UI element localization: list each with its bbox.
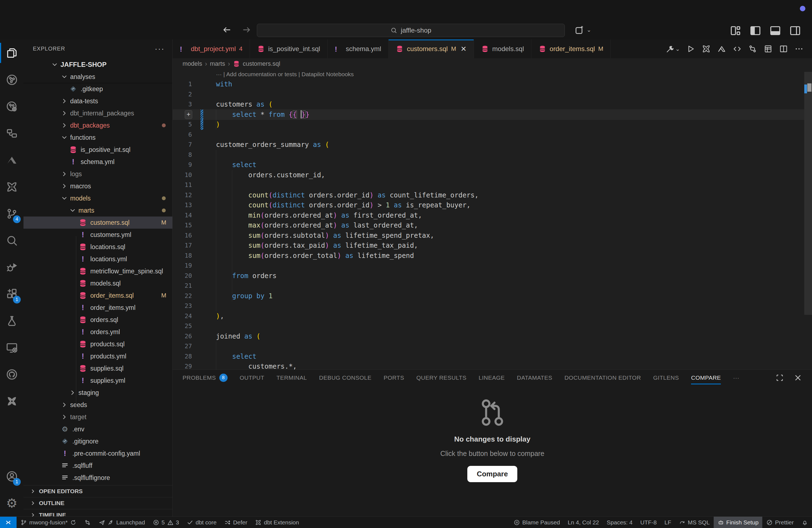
forward-arrow-icon[interactable]: [240, 24, 252, 36]
status-item-defer[interactable]: Defer: [220, 517, 251, 528]
tree-item[interactable]: staging: [24, 386, 172, 399]
status-item-blame[interactable]: Blame Paused: [510, 517, 564, 528]
activity-item-testing[interactable]: [0, 307, 24, 334]
tree-item[interactable]: ⚙.env: [24, 423, 172, 435]
tree-item[interactable]: !supplies.yml: [24, 375, 172, 386]
tree-item[interactable]: models.sql: [24, 277, 172, 289]
tree-item[interactable]: locations.sql: [24, 241, 172, 253]
tree-item[interactable]: functions: [24, 131, 172, 144]
code-line[interactable]: 1with: [173, 79, 804, 89]
status-item-notifications[interactable]: [798, 517, 812, 528]
status-item-prettier[interactable]: Prettier: [762, 517, 798, 528]
code-editor[interactable]: 1with23customers as (4 select * from {{ …: [173, 79, 804, 369]
status-item-indentation[interactable]: Spaces: 4: [603, 517, 636, 528]
panel-tab--[interactable]: ···: [733, 370, 739, 385]
close-icon[interactable]: ✕: [461, 45, 467, 53]
customize-layout-icon[interactable]: [729, 24, 742, 37]
code-line[interactable]: 16 sum(orders.subtotal) as lifetime_spen…: [173, 231, 804, 241]
panel-tab-documentation-editor[interactable]: DOCUMENTATION EDITOR: [565, 370, 641, 385]
status-item-dbt-core[interactable]: dbt core: [183, 517, 220, 528]
tree-item[interactable]: marts: [24, 204, 172, 217]
editor-tab[interactable]: !dbt_project.yml4: [173, 40, 250, 58]
copilot-menu[interactable]: ⌄: [574, 24, 591, 35]
run-query-icon[interactable]: [686, 44, 695, 54]
editor-tab[interactable]: models.sql: [474, 40, 532, 58]
more-actions-icon[interactable]: [794, 44, 804, 54]
status-item-launchpad[interactable]: Launchpad: [95, 517, 149, 528]
code-line[interactable]: 4 select * from {{ }}+: [173, 109, 804, 120]
panel-tab-compare[interactable]: COMPARE: [691, 370, 721, 385]
code-line[interactable]: 22 group by 1: [173, 291, 804, 301]
panel-tab-problems[interactable]: PROBLEMS8: [183, 370, 228, 385]
status-item-dbt-extension[interactable]: dbt Extension: [251, 517, 303, 528]
activity-item-source-control[interactable]: 4: [0, 200, 24, 227]
code-line[interactable]: 2: [173, 89, 804, 100]
code-line[interactable]: 20 from orders: [173, 271, 804, 281]
activity-item-remote-explorer[interactable]: [0, 334, 24, 361]
code-line[interactable]: 21: [173, 281, 804, 291]
breadcrumb-item[interactable]: customers.sql: [243, 60, 280, 68]
panel-tab-datamates[interactable]: DATAMATES: [517, 370, 552, 385]
compare-button[interactable]: Compare: [467, 466, 517, 482]
panel-tab-output[interactable]: OUTPUT: [240, 370, 264, 385]
activity-item-search[interactable]: [0, 227, 24, 254]
split-editor-icon[interactable]: [779, 44, 788, 54]
activity-item-explorer[interactable]: [0, 40, 24, 66]
tree-item[interactable]: !.pre-commit-config.yaml: [24, 448, 172, 459]
tree-item[interactable]: !orders.yml: [24, 326, 172, 338]
code-line[interactable]: 10 orders.customer_id,: [173, 170, 804, 180]
activity-item-dbt-filled[interactable]: [0, 388, 24, 414]
code-line[interactable]: 14 min(orders.ordered_at) as first_order…: [173, 210, 804, 221]
tree-item[interactable]: logs: [24, 168, 172, 180]
tree-item[interactable]: !locations.yml: [24, 253, 172, 265]
code-line[interactable]: 24),: [173, 311, 804, 321]
tree-item[interactable]: macros: [24, 180, 172, 192]
build-hammer-icon[interactable]: ⌄: [665, 44, 680, 54]
tree-item[interactable]: .gitignore: [24, 435, 172, 448]
code-line[interactable]: 29 customers.*,: [173, 362, 804, 369]
editor-scrollbar[interactable]: [804, 72, 812, 369]
code-line[interactable]: 8: [173, 150, 804, 160]
tree-item[interactable]: metricflow_time_spine.sql: [24, 265, 172, 277]
code-line[interactable]: 11: [173, 180, 804, 190]
more-actions-icon[interactable]: ···: [155, 44, 164, 53]
status-item-eol[interactable]: LF: [661, 517, 675, 528]
maximize-panel-icon[interactable]: [775, 373, 784, 382]
code-line[interactable]: 5): [173, 120, 804, 130]
tree-item[interactable]: !schema.yml: [24, 156, 172, 168]
tree-item[interactable]: .gitkeep: [24, 83, 172, 95]
code-line[interactable]: 17 sum(orders.tax_paid) as lifetime_tax_…: [173, 240, 804, 251]
activity-item-accounts[interactable]: 1: [0, 463, 24, 489]
tree-item[interactable]: orders.sql: [24, 314, 172, 326]
git-compare-icon[interactable]: [748, 44, 757, 54]
code-line[interactable]: 23: [173, 301, 804, 311]
tree-item[interactable]: seeds: [24, 399, 172, 411]
activity-item-altimate[interactable]: [0, 147, 24, 173]
status-item-encoding[interactable]: UTF-8: [636, 517, 661, 528]
tree-item[interactable]: target: [24, 411, 172, 423]
tree-item[interactable]: !products.yml: [24, 350, 172, 362]
activity-item-settings[interactable]: ⚙: [0, 489, 24, 516]
code-line[interactable]: 3customers as (: [173, 99, 804, 109]
close-panel-icon[interactable]: [794, 373, 802, 382]
tree-item[interactable]: models: [24, 192, 172, 204]
tree-item[interactable]: is_positive_int.sql: [24, 144, 172, 156]
command-center-search[interactable]: jaffle-shop: [257, 24, 565, 37]
code-preview-icon[interactable]: [733, 44, 742, 54]
breadcrumb-item[interactable]: marts: [210, 60, 225, 68]
status-item-remote[interactable]: [0, 517, 17, 528]
code-line[interactable]: 18 sum(orders.order_total) as lifetime_s…: [173, 251, 804, 261]
tree-item[interactable]: order_items.sqlM: [24, 289, 172, 302]
code-line[interactable]: 6: [173, 130, 804, 140]
editor-tab[interactable]: is_positive_int.sql: [250, 40, 328, 58]
tree-item[interactable]: supplies.sql: [24, 362, 172, 375]
tree-item[interactable]: products.sql: [24, 338, 172, 350]
altimate-a-icon[interactable]: [717, 44, 726, 54]
panel-tab-ports[interactable]: PORTS: [383, 370, 404, 385]
panel-tab-query-results[interactable]: QUERY RESULTS: [416, 370, 466, 385]
back-arrow-icon[interactable]: [221, 24, 233, 36]
tree-item[interactable]: .sqlfluffignore: [24, 472, 172, 484]
open-editors-section[interactable]: OPEN EDITORS: [24, 485, 172, 497]
tree-item[interactable]: data-tests: [24, 95, 172, 107]
tree-item[interactable]: !customers.yml: [24, 229, 172, 241]
